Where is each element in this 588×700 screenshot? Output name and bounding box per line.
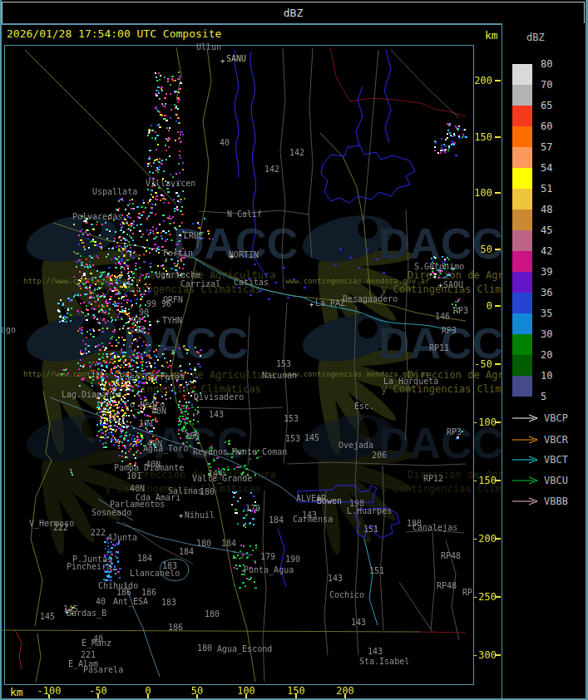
dept-line — [284, 303, 288, 464]
colorbar-swatch — [512, 272, 532, 293]
dept-line — [405, 210, 408, 441]
vector-label: VBCR — [544, 434, 568, 446]
colorbar-tick-label: 57 — [541, 141, 552, 153]
road-path — [43, 391, 52, 461]
river-path — [125, 582, 160, 677]
colorbar-tick-label: 60 — [541, 121, 552, 132]
colorbar-swatch — [512, 376, 532, 397]
colorbar-tick-label: 20 — [541, 349, 552, 361]
river-path — [116, 522, 253, 555]
vector-label: VBBB — [544, 495, 568, 507]
colorbar-tick-label: 35 — [541, 308, 552, 319]
river-path — [235, 50, 239, 178]
colorbar-swatch — [512, 64, 532, 85]
colorbar-swatch — [512, 210, 532, 230]
colorbar-swatch — [512, 251, 532, 272]
colorbar-swatch — [512, 355, 532, 376]
road-path — [171, 259, 255, 682]
colorbar-swatch — [512, 126, 532, 147]
colorbar-swatch — [512, 334, 532, 355]
dept-line — [309, 48, 313, 258]
dept-line — [380, 466, 384, 630]
vector-label: VBCT — [544, 454, 568, 466]
colorbar-swatch — [512, 168, 532, 189]
road-path — [53, 223, 466, 321]
colorbar-tick-label: 65 — [541, 100, 552, 111]
colorbar-tick-label: 36 — [541, 287, 552, 298]
road-path — [31, 461, 52, 626]
legend-panel: dBZ 807065605754514845423936353020105VBC… — [502, 23, 588, 700]
river-path — [50, 397, 196, 449]
river-path — [384, 50, 391, 143]
vector-label: VBCU — [544, 475, 568, 486]
colorbar-swatch — [512, 189, 532, 210]
road-path — [176, 47, 181, 100]
lake-outline — [160, 559, 188, 580]
river-path — [250, 52, 268, 278]
colorbar-tick-label: 48 — [541, 204, 552, 215]
colorbar-tick-label: 30 — [541, 328, 552, 340]
dept-line — [247, 316, 251, 466]
dept-line — [446, 540, 459, 640]
river-path — [192, 257, 304, 298]
river-path — [364, 539, 378, 625]
dept-line — [263, 490, 266, 682]
dept-line — [363, 50, 378, 223]
boundary-path — [420, 632, 466, 633]
dept-line — [198, 407, 283, 409]
colorbar-swatch — [512, 313, 532, 334]
river-path — [304, 298, 456, 331]
boundary-path — [15, 630, 22, 669]
dept-line — [391, 50, 459, 118]
dept-line — [354, 306, 358, 655]
colorbar-swatch — [512, 147, 532, 168]
radar-app-window: DACCDirección de Agriculturay Contingenc… — [0, 0, 588, 700]
river-path — [196, 449, 296, 499]
dept-line — [399, 582, 432, 632]
colorbar-tick-label: 70 — [541, 79, 552, 91]
river-path — [278, 529, 286, 587]
colorbar-swatch — [512, 293, 532, 313]
colorbar-tick-label: 54 — [541, 162, 552, 174]
irrigation-outline — [298, 486, 377, 502]
road-path — [36, 633, 41, 682]
map-geography — [0, 0, 588, 700]
dept-line — [324, 490, 328, 655]
colorbar-tick-label: 45 — [541, 224, 552, 236]
vector-label: VBCP — [544, 412, 568, 424]
road-path — [25, 50, 176, 205]
road-path — [197, 47, 211, 248]
colorbar-swatch — [512, 230, 532, 251]
colorbar-tick-label: 5 — [541, 391, 546, 402]
irrigation-outline — [355, 508, 399, 538]
colorbar-tick-label: 39 — [541, 266, 552, 278]
dept-line — [280, 48, 285, 289]
colorbar-tick-label: 80 — [541, 58, 552, 70]
colorbar-tick-label: 51 — [541, 183, 552, 195]
dept-line — [287, 462, 466, 466]
colorbar-tick-label: 10 — [541, 370, 552, 382]
colorbar-swatch — [512, 85, 532, 106]
colorbar-tick-label: 42 — [541, 245, 552, 257]
river-path — [356, 86, 363, 146]
dept-line — [406, 530, 464, 533]
colorbar-swatch — [512, 106, 532, 126]
river-path — [98, 499, 133, 520]
dept-line — [431, 532, 435, 630]
